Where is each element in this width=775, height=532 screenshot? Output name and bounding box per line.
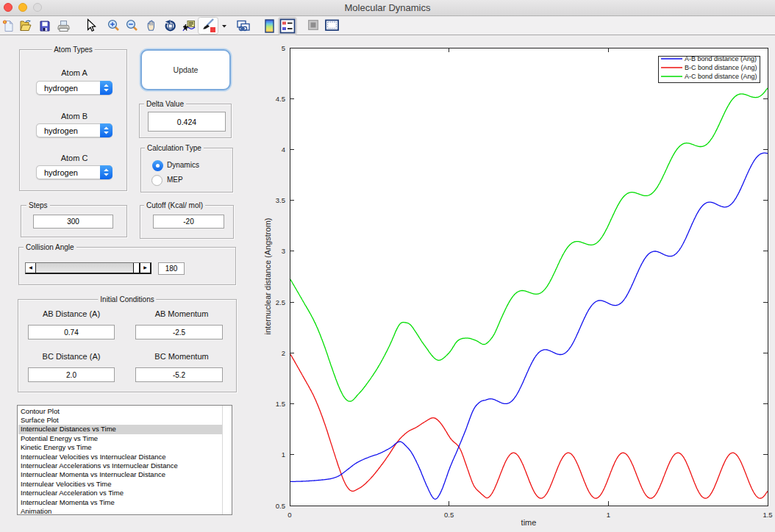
svg-text:internuclear distance (Angstro: internuclear distance (Angstrom)	[263, 218, 272, 335]
svg-text:0.5: 0.5	[444, 511, 454, 519]
svg-text:time: time	[521, 518, 537, 527]
svg-text:1: 1	[282, 450, 285, 459]
svg-text:4: 4	[282, 145, 285, 154]
svg-text:3: 3	[282, 247, 285, 255]
svg-text:A-C bond distance (Ang): A-C bond distance (Ang)	[685, 73, 757, 80]
svg-text:1.5: 1.5	[762, 511, 772, 519]
svg-text:5: 5	[282, 44, 285, 52]
svg-text:0.5: 0.5	[276, 502, 285, 510]
svg-text:B-C bond distance (Ang): B-C bond distance (Ang)	[685, 64, 757, 71]
svg-text:2.5: 2.5	[276, 298, 285, 306]
svg-text:A-B bond distance (Ang): A-B bond distance (Ang)	[685, 55, 757, 62]
svg-text:1.5: 1.5	[276, 400, 285, 408]
svg-text:1: 1	[607, 511, 610, 519]
svg-text:3.5: 3.5	[276, 196, 285, 204]
svg-text:2: 2	[282, 349, 285, 357]
svg-text:0: 0	[288, 511, 291, 519]
svg-text:4.5: 4.5	[276, 95, 285, 103]
